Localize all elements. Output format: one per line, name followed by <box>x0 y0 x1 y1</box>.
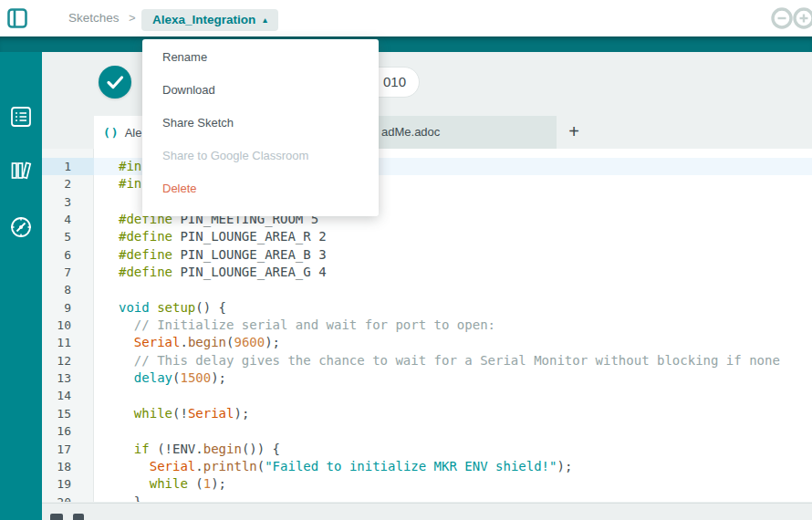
code-brackets-icon: () <box>103 126 120 140</box>
line-number: 4 <box>42 211 94 228</box>
arduino-logo <box>766 5 812 36</box>
tab-sketch-label: Ale <box>125 126 142 140</box>
sidebar-item-monitor[interactable] <box>8 214 34 240</box>
line-number: 20 <box>42 494 94 502</box>
code-line[interactable]: 8 <box>42 281 812 298</box>
caret-up-icon: ▴ <box>263 9 267 31</box>
top-header: Sketches > Alexa_Integration ▴ <box>0 0 812 36</box>
header-accent-band <box>0 36 812 52</box>
menu-item-download[interactable]: Download <box>142 74 379 107</box>
sidebar-item-libraries[interactable] <box>8 158 34 183</box>
code-line[interactable]: 16 <box>42 422 812 440</box>
console-strip[interactable] <box>42 503 812 520</box>
library-books-icon <box>8 158 34 183</box>
menu-item-share-sketch[interactable]: Share Sketch <box>142 107 379 140</box>
sketch-context-menu: RenameDownloadShare SketchShare to Googl… <box>142 39 379 216</box>
line-number: 12 <box>42 352 94 369</box>
line-number: 8 <box>42 281 94 298</box>
code-line[interactable]: 12 // This delay gives the chance to wai… <box>42 352 812 369</box>
tab-readme-label: adMe.adoc <box>381 116 440 149</box>
line-number: 16 <box>42 422 94 440</box>
code-line[interactable]: 14 <box>42 387 812 404</box>
line-number: 15 <box>42 405 94 422</box>
monitor-compass-icon <box>8 214 34 240</box>
code-line[interactable]: 15 while(!Serial); <box>42 405 812 422</box>
code-line[interactable]: 17 if (!ENV.begin()) { <box>42 441 812 458</box>
line-number: 9 <box>42 299 94 317</box>
sidebar-toggle-button[interactable] <box>7 8 27 28</box>
code-line[interactable]: 10 // Initialize serial and wait for por… <box>42 317 812 334</box>
line-number: 13 <box>42 369 94 387</box>
code-line[interactable]: 19 while (1); <box>42 475 812 493</box>
code-line[interactable]: 13 delay(1500); <box>42 369 812 387</box>
add-tab-button[interactable]: + <box>560 116 588 149</box>
code-line[interactable]: 7#define PIN_LOUNGE_AREA_G 4 <box>42 264 812 281</box>
code-line[interactable]: 20 } <box>42 494 812 502</box>
verify-button[interactable] <box>99 66 131 99</box>
menu-item-rename[interactable]: Rename <box>142 41 379 74</box>
code-line[interactable]: 5#define PIN_LOUNGE_AREA_R 2 <box>42 228 812 245</box>
console-partial-glyph <box>50 514 63 520</box>
sidebar-item-sketchbook[interactable] <box>8 104 34 130</box>
line-number: 10 <box>42 317 94 334</box>
code-line[interactable]: 6#define PIN_LOUNGE_AREA_B 3 <box>42 246 812 264</box>
breadcrumb-sketches[interactable]: Sketches <box>68 0 120 36</box>
line-number: 14 <box>42 387 94 404</box>
line-number: 1 <box>42 158 94 175</box>
code-line[interactable]: 11 Serial.begin(9600); <box>42 334 812 351</box>
line-number: 3 <box>42 193 94 211</box>
console-partial-glyph <box>73 514 84 520</box>
line-number: 5 <box>42 228 94 245</box>
sketch-name: Alexa_Integration <box>152 9 255 31</box>
sketch-name-dropdown[interactable]: Alexa_Integration ▴ <box>141 9 278 31</box>
sidebar-panel-icon <box>7 8 27 28</box>
code-line[interactable]: 18 Serial.println("Failed to initialize … <box>42 458 812 475</box>
line-number: 6 <box>42 246 94 264</box>
breadcrumb-separator: > <box>129 0 136 36</box>
line-number: 17 <box>42 441 94 458</box>
sketchbook-list-icon <box>8 104 34 130</box>
menu-item-share-to-google-classroom: Share to Google Classroom <box>142 140 379 172</box>
line-number: 11 <box>42 334 94 351</box>
checkmark-icon <box>99 66 131 99</box>
left-sidebar <box>0 36 42 520</box>
menu-item-delete[interactable]: Delete <box>142 172 379 205</box>
line-number: 18 <box>42 458 94 475</box>
line-number: 19 <box>42 475 94 493</box>
code-line[interactable]: 9void setup() { <box>42 299 812 317</box>
line-number: 2 <box>42 175 94 192</box>
line-number: 7 <box>42 264 94 281</box>
